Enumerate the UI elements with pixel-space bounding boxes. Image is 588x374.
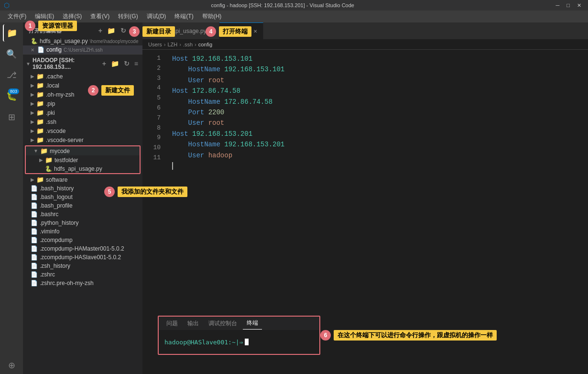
activity-debug[interactable]: 🐛 803 [3, 88, 20, 105]
breadcrumb-config[interactable]: config [198, 42, 212, 47]
file-zshrc[interactable]: 📄 .zshrc [23, 270, 142, 279]
tab-hdfs-close-button[interactable]: ✕ [209, 28, 213, 33]
breadcrumb-sep3: › [195, 42, 196, 47]
maximize-icon[interactable]: □ [566, 2, 570, 8]
file-zcompdump-ha-slave[interactable]: 📄 .zcompdump-HASlave001-5.0.2 [23, 253, 142, 262]
title-bar-left: ⬡ [4, 1, 12, 9]
activity-explorer[interactable]: 📁 [3, 24, 20, 42]
zshrc-pre-label: .zshrc.pre-oh-my-zsh [40, 280, 94, 286]
file-bash-history[interactable]: 📄 .bash_history [23, 184, 142, 193]
file-bashrc[interactable]: 📄 .bashrc [23, 210, 142, 219]
menu-terminal[interactable]: 终端(T) [171, 11, 197, 22]
folder-software[interactable]: 📁 software [23, 175, 142, 184]
activity-search[interactable]: 🔍 [3, 45, 20, 63]
file-hdfs-api[interactable]: 🐍 hdfs_api_usage.py [26, 165, 140, 173]
new-file-button[interactable]: + [97, 26, 104, 35]
breadcrumb-lzh[interactable]: LZH [167, 42, 177, 47]
collapse-button[interactable]: ≡ [130, 26, 137, 35]
tab-config[interactable]: 📄 config ✕ [219, 22, 263, 39]
open-file-config[interactable]: ✕ 📄 config C:\Users\LZH\.ssh [23, 45, 142, 54]
menu-goto[interactable]: 转到(G) [114, 11, 142, 22]
close-icon[interactable]: ✕ [577, 2, 581, 8]
menu-edit[interactable]: 编辑(E) [31, 11, 58, 22]
zcompdump-icon: 📄 [31, 237, 38, 243]
terminal-tab-output[interactable]: 输出 [184, 318, 203, 330]
tab-hdfs-api[interactable]: 🐍 hdfs_api_usage.py ✕ [142, 22, 219, 39]
zshrc-pre-icon: 📄 [31, 280, 38, 286]
folder-oh-my-zsh[interactable]: 📁 .oh-my-zsh [23, 90, 142, 99]
breadcrumb-ssh[interactable]: .ssh [183, 42, 193, 47]
sidebar: 打开的编辑器 + 📁 ↻ ≡ 🐍 hdfs_api_usage.py \home… [23, 22, 142, 374]
ohmyzsh-chevron-icon [31, 92, 34, 97]
file-python-history[interactable]: 📄 .python_history [23, 219, 142, 227]
folder-mycode[interactable]: 📁 mycode [26, 146, 140, 155]
folder-vscode[interactable]: 📁 .vscode [23, 126, 142, 135]
open-file-hdfs[interactable]: 🐍 hdfs_api_usage.py \home\hadoop\mycode [23, 37, 142, 45]
zcompdump-ha-master-label: .zcompdump-HAMaster001-5.0.2 [40, 245, 124, 252]
vscode-logo-icon: ⬡ [4, 1, 10, 9]
file-bash-logout[interactable]: 📄 .bash_logout [23, 193, 142, 201]
code-line-1: Host 192.168.153.101 [172, 54, 582, 64]
file-zcompdump-ha-master[interactable]: 📄 .zcompdump-HAMaster001-5.0.2 [23, 244, 142, 253]
minimize-icon[interactable]: ─ [555, 2, 559, 8]
root-new-file-button[interactable]: + [101, 59, 108, 68]
code-line-10: User hadoop [172, 150, 582, 161]
menu-file[interactable]: 文件(F) [4, 11, 30, 22]
folder-cache[interactable]: 📁 .cache [23, 72, 142, 81]
sidebar-section-header: 打开的编辑器 + 📁 ↻ ≡ [23, 22, 142, 37]
file-bash-profile[interactable]: 📄 .bash_profile [23, 201, 142, 210]
menu-debug[interactable]: 调试(D) [143, 11, 170, 22]
file-viminfo[interactable]: 📄 .viminfo [23, 227, 142, 236]
root-new-folder-button[interactable]: 📁 [109, 59, 120, 68]
python-file-icon: 🐍 [31, 38, 38, 44]
breadcrumb-users[interactable]: Users [148, 42, 162, 47]
ohmyzsh-folder-icon: 📁 [36, 91, 44, 98]
tab-bar: 🐍 hdfs_api_usage.py ✕ 📄 config ✕ [142, 22, 588, 39]
software-chevron-icon [31, 177, 34, 182]
root-chevron-icon [26, 61, 31, 66]
refresh-button[interactable]: ↻ [119, 26, 128, 35]
folder-pip[interactable]: 📁 .pip [23, 99, 142, 108]
python-history-icon: 📄 [31, 220, 38, 226]
new-folder-button[interactable]: 📁 [106, 26, 117, 35]
ssh-label: .ssh [46, 119, 56, 125]
terminal-tab-debug-console[interactable]: 调试控制台 [205, 318, 241, 330]
root-collapse-button[interactable]: ≡ [133, 59, 140, 68]
file-zcompdump[interactable]: 📄 .zcompdump [23, 236, 142, 244]
file-zshrc-pre[interactable]: 📄 .zshrc.pre-oh-my-zsh [23, 279, 142, 287]
zcompdump-ha-master-icon: 📄 [31, 245, 38, 252]
folder-ssh[interactable]: 📁 .ssh [23, 117, 142, 126]
activity-bar: 📁 🔍 ⎇ 🐛 803 ⊞ ⊕ [0, 22, 23, 374]
vscode-folder-label: .vscode [46, 128, 65, 134]
code-line-9: HostName 192.168.153.201 [172, 139, 582, 150]
menu-view[interactable]: 查看(V) [87, 11, 113, 22]
folder-testfolder[interactable]: 📁 testfolder [26, 155, 140, 165]
mycode-label: mycode [50, 148, 70, 154]
line-num-9: 9 [142, 133, 161, 143]
folder-local[interactable]: 📁 .local [23, 81, 142, 90]
terminal-tab-terminal[interactable]: 终端 [243, 317, 262, 330]
explorer-root[interactable]: HADOOP [SSH: 192.168.153.... + 📁 ↻ ≡ [23, 55, 142, 72]
code-line-6: Port 2200 [172, 107, 582, 118]
folder-pki[interactable]: 📁 .pki [23, 108, 142, 117]
bash-history-icon: 📄 [31, 185, 38, 192]
close-config-button[interactable]: ✕ [31, 47, 34, 53]
activity-extensions[interactable]: ⊞ [3, 109, 20, 126]
root-refresh-button[interactable]: ↻ [122, 59, 131, 68]
menu-select[interactable]: 选择(S) [59, 11, 86, 22]
activity-remote[interactable]: ⊕ [3, 357, 20, 374]
breadcrumb-sep2: › [179, 42, 181, 47]
terminal-panel: 问题 输出 调试控制台 终端 hadoop@HASlave001:~|⇒ [158, 316, 320, 355]
git-icon: ⎇ [7, 70, 17, 80]
code-line-3: User root [172, 75, 582, 86]
file-zsh-history[interactable]: 📄 .zsh_history [23, 262, 142, 270]
bash-logout-icon: 📄 [31, 194, 38, 200]
activity-git[interactable]: ⎇ [3, 66, 20, 84]
code-line-4: Host 172.86.74.58 [172, 86, 582, 96]
folder-vscode-server[interactable]: 📁 .vscode-server [23, 135, 142, 144]
zshrc-label: .zshrc [40, 271, 55, 278]
menu-help[interactable]: 帮助(H) [198, 11, 226, 22]
tab-config-close-button[interactable]: ✕ [253, 29, 257, 34]
terminal-tab-problems[interactable]: 问题 [163, 318, 182, 330]
open-editors-label: 打开的编辑器 [29, 27, 62, 34]
